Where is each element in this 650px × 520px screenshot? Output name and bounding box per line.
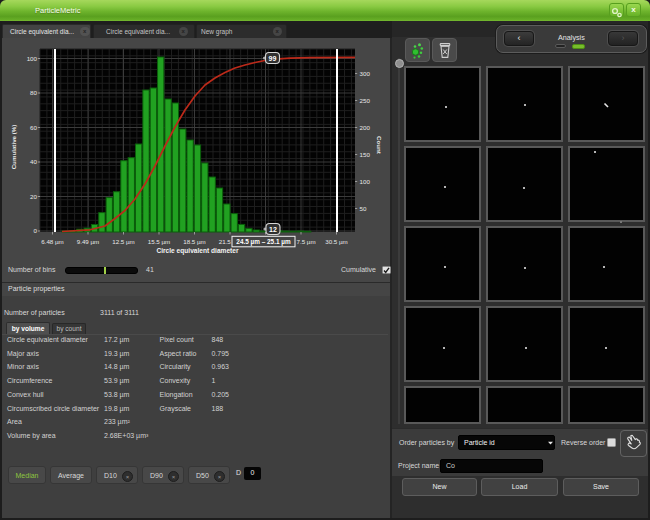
svg-text:18.5 µm: 18.5 µm — [183, 238, 205, 245]
svg-text:20: 20 — [30, 193, 37, 200]
svg-text:100: 100 — [27, 55, 38, 62]
svg-text:24.5 µm – 25.1 µm: 24.5 µm – 25.1 µm — [236, 238, 291, 246]
svg-text:80: 80 — [30, 89, 37, 96]
svg-text:30.5 µm: 30.5 µm — [325, 238, 347, 245]
svg-text:40: 40 — [30, 158, 37, 165]
svg-text:150: 150 — [360, 151, 371, 158]
svg-text:50: 50 — [360, 205, 367, 212]
svg-text:Count: Count — [376, 136, 383, 154]
svg-text:Cumulative (%): Cumulative (%) — [10, 125, 17, 170]
svg-text:300: 300 — [360, 70, 371, 77]
svg-text:7.5 µm: 7.5 µm — [297, 238, 316, 245]
svg-text:0: 0 — [34, 227, 38, 234]
svg-text:12.5 µm: 12.5 µm — [112, 238, 134, 245]
svg-text:9.49 µm: 9.49 µm — [77, 238, 99, 245]
svg-text:250: 250 — [360, 97, 371, 104]
svg-text:12: 12 — [269, 226, 277, 233]
svg-text:6.48 µm: 6.48 µm — [41, 238, 63, 245]
svg-text:60: 60 — [30, 124, 37, 131]
svg-text:Circle equivalent diameter: Circle equivalent diameter — [156, 247, 239, 255]
svg-text:100: 100 — [360, 178, 371, 185]
svg-text:99: 99 — [269, 55, 277, 62]
svg-text:15.5 µm: 15.5 µm — [148, 238, 170, 245]
svg-text:200: 200 — [360, 124, 371, 131]
